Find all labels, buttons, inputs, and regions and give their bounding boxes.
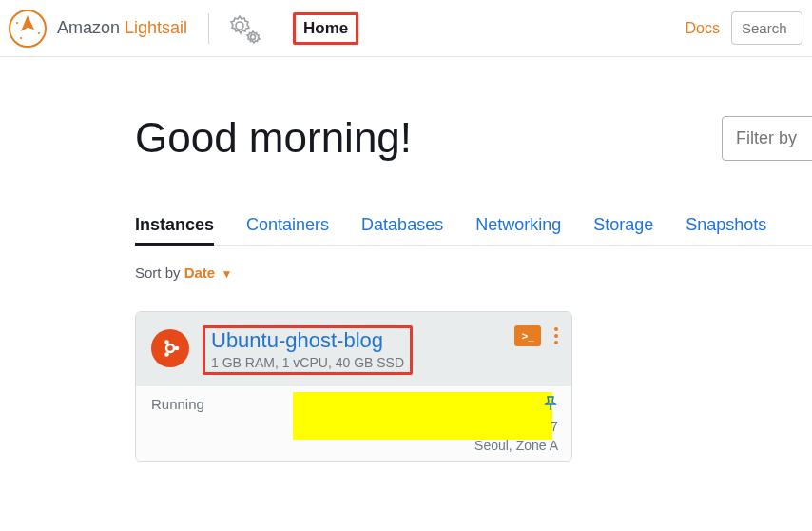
sort-value: Date: [184, 265, 216, 281]
redaction-mask: [293, 392, 552, 440]
logo[interactable]: Amazon Lightsail: [8, 9, 187, 49]
terminal-icon: >_: [522, 330, 534, 342]
tab-networking[interactable]: Networking: [475, 215, 561, 245]
svg-point-9: [164, 352, 169, 357]
main-content: Good morning! Instances Containers Datab…: [0, 57, 812, 462]
instance-name[interactable]: Ubuntu-ghost-blog: [211, 328, 404, 353]
tab-databases[interactable]: Databases: [361, 215, 443, 245]
svg-point-5: [251, 34, 256, 39]
svg-point-2: [38, 32, 40, 34]
page-title: Good morning!: [135, 114, 412, 162]
ubuntu-icon: [151, 329, 189, 367]
instance-specs: 1 GB RAM, 1 vCPU, 40 GB SSD: [211, 355, 404, 370]
top-nav: Amazon Lightsail Home Docs: [0, 0, 812, 57]
instance-card[interactable]: Ubuntu-ghost-blog 1 GB RAM, 1 vCPU, 40 G…: [135, 311, 572, 462]
svg-point-3: [20, 37, 22, 39]
svg-point-4: [236, 22, 243, 30]
lightsail-logo-icon: [8, 9, 48, 49]
instance-card-header: Ubuntu-ghost-blog 1 GB RAM, 1 vCPU, 40 G…: [136, 312, 571, 386]
sort-control[interactable]: Sort by Date ▼: [135, 265, 812, 281]
resource-tabs: Instances Containers Databases Networkin…: [135, 215, 812, 246]
instance-region: Seoul, Zone A: [474, 438, 558, 453]
tab-storage[interactable]: Storage: [593, 215, 653, 245]
filter-input[interactable]: [722, 116, 812, 161]
pin-icon[interactable]: [543, 396, 558, 415]
tab-containers[interactable]: Containers: [246, 215, 329, 245]
svg-point-8: [164, 340, 169, 344]
svg-point-1: [16, 22, 18, 24]
svg-point-6: [166, 344, 174, 352]
logo-text: Amazon Lightsail: [57, 18, 187, 38]
sort-label: Sort by: [135, 265, 184, 281]
search-input[interactable]: [731, 11, 802, 45]
kebab-menu-button[interactable]: [554, 327, 558, 344]
tab-snapshots[interactable]: Snapshots: [686, 215, 766, 245]
docs-link[interactable]: Docs: [686, 20, 720, 37]
gear-icon: [222, 10, 264, 47]
home-link[interactable]: Home: [293, 12, 358, 45]
svg-point-7: [175, 346, 180, 351]
instance-ip-fragment: 7: [551, 419, 558, 434]
settings-button[interactable]: [222, 10, 264, 47]
divider: [208, 13, 209, 44]
tab-instances[interactable]: Instances: [135, 215, 214, 246]
instance-card-body: Running 7 Seoul, Zone A: [136, 386, 571, 461]
chevron-down-icon: ▼: [221, 267, 232, 281]
terminal-button[interactable]: >_: [514, 325, 541, 346]
